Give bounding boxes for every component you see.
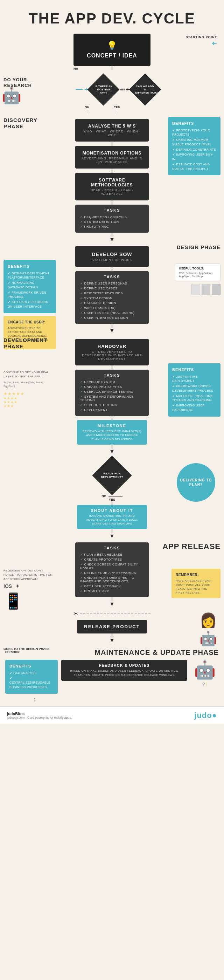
left-connector [76, 89, 83, 90]
down-arrow6: ▼ [109, 533, 115, 539]
up-arrow: ↑ [33, 697, 36, 703]
release-title: RELEASE PRODUCT [84, 624, 140, 629]
footer: judoBites judopay.com · Card payments fo… [0, 706, 224, 724]
sow-title: DEVELOP SOW [92, 251, 132, 257]
v-conn5 [112, 267, 112, 271]
doc-icon-2 [202, 284, 210, 295]
research-character: 🤖 [2, 88, 21, 103]
lightbulb-icon: 💡 [107, 41, 118, 51]
discovery-benefit-1: PROTOTYPING YOUR PROJECTS [172, 128, 216, 137]
question-icon: ? [202, 681, 205, 687]
monetisation-title: MONETISATION OPTIONS [83, 151, 141, 156]
star-ratings: ★★★★★ ★★★★ ★★★★ ★★★ [3, 391, 52, 408]
platform-labels: iOS ✦ [3, 583, 52, 589]
releasing-note-text: Releasing on iOS? Don't forget to factor… [3, 569, 52, 581]
dev-task-2: CREATE PROTOTYPES [80, 384, 144, 389]
research-flow: ➜ IS THERE AN EXISTING APP? YES ➜ CAN WE… [5, 72, 219, 107]
dev-tasks-title: TASKS [80, 373, 144, 377]
handover-title: HANDOVER [98, 344, 126, 349]
yes-label1: YES [119, 88, 125, 91]
design-task-2: DEFINE USE CASES [80, 286, 144, 291]
dev-benefits-title: BENEFITS [172, 367, 216, 373]
app-release-section: APP RELEASE Releasing on iOS? Don't forg… [0, 541, 224, 609]
analyse-box: ANALYSE THE 5 W'S WHO · WHAT · WHERE · W… [75, 119, 149, 142]
design-phase-label: DESIGN PHASE [177, 244, 221, 251]
discovery-benefit-2: CREATING MINIMUM VIABLE PRODUCT (MVP) [172, 138, 216, 147]
yes-down: YES ↓ [114, 105, 120, 113]
discovery-benefits-title: BENEFITS [172, 121, 216, 126]
discovery-benefits: BENEFITS PROTOTYPING YOUR PROJECTS CREAT… [168, 117, 221, 175]
design-benefit-3: FRAMEWORK DRIVEN PROCESS [8, 290, 52, 299]
stars-row4: ★★★ [3, 404, 52, 408]
app-task-7: PROMOTE APP [80, 589, 144, 593]
design-task-5: DATABASE DESIGN [80, 301, 144, 305]
ios-label: iOS [3, 583, 12, 589]
design-task-3: PRIORITISE FEATURES [80, 291, 144, 296]
releasing-note: Releasing on iOS? Don't forget to factor… [3, 569, 52, 610]
maint-char: 🤖 [194, 660, 216, 680]
starting-point-arrow: ➜ [212, 40, 217, 47]
design-note-title: Engage the user: [8, 320, 52, 325]
tools-title: Useful tools: [179, 267, 217, 270]
feedback-title: FEEDBACK & UPDATES [66, 663, 182, 667]
dev-task-1: DEVELOP SYSTEM [80, 379, 144, 384]
yes-label2: YES [114, 105, 120, 109]
down-arrow5: ▼ [109, 449, 115, 455]
judo-dot: ● [212, 711, 217, 720]
app-task-4: DEFINE YOUR APP KEYWORDS [80, 570, 144, 575]
yes-label3: YES [109, 498, 115, 501]
software-sub: HEAP · SCRUM · LEAN · WATERFALL [81, 188, 143, 196]
dev-benefit-3: MULTITEST, REAL TIME TESTING AND TRACKIN… [172, 394, 216, 403]
testing-note-text: CONTINUE TO GET YOUR REAL USERS TO TEST … [3, 370, 52, 379]
stars-row2: ★★★★ [3, 396, 52, 400]
feedback-desc: BASED ON STAKEHOLDER AND USER FEEDBACK, … [66, 669, 182, 677]
judo-logo-area: judo● [194, 711, 217, 720]
discovery-tasks-box: TASKS REQUIREMENT ANALYSIS SYSTEM DEFINI… [75, 205, 149, 233]
remember-box: Remember: Have a release plan. Don't pus… [172, 569, 221, 598]
deployment-section: DELIVERING TO PLAN? READY FOR DEPLOYMENT… [0, 456, 224, 541]
dev-phase-label: DEVELOPMENT PHASE [3, 337, 47, 350]
infographic: THE APP DEV. CYCLE STARTING POINT ➜ 💡 CO… [0, 0, 224, 724]
discovery-benefit-3: DEFINING CONSTRAINTS [172, 148, 216, 152]
software-title: SOFTWARE METHODOLOGIES [81, 178, 143, 188]
diamond2-wrapper: CAN WE ADD A DIFFERENTIATOR? [131, 75, 159, 103]
maintenance-center: FEEDBACK & UPDATES BASED ON STAKEHOLDER … [61, 660, 187, 681]
delivering-box: DELIVERING TO PLAN? [177, 463, 215, 502]
maintenance-row: BENEFITS GAP ANALYSIS CENTRALISED/REUSAB… [5, 660, 219, 694]
v-conn8 [112, 416, 112, 420]
design-benefit-4: GET EARLY FEEDBACK ON USER INTERFACE [8, 300, 52, 309]
research-section: DO YOUR RESEARCH 🤖 ➜ IS THERE AN EXISTIN… [0, 70, 224, 115]
down-arrow3: ▼ [109, 237, 115, 242]
remember-title: Remember: [176, 572, 216, 578]
discovery-benefit-4: IMPROVING USER BUY-IN [172, 153, 216, 162]
dev-benefit-2: FRAMEWORK DRIVEN DEVELOPMENT PROCESS [172, 384, 216, 393]
research-labels: NO ↓ YES ↓ [5, 105, 219, 113]
scissors-icon: ✂ [73, 610, 78, 617]
goes-to-text: GOES TO THE DESIGN PHASE [3, 647, 50, 651]
connector [112, 66, 112, 70]
document-icons [175, 284, 221, 295]
testing-note: CONTINUE TO GET YOUR REAL USERS TO TEST … [3, 370, 52, 407]
v-conn10 [112, 501, 112, 505]
diamond1-text: IS THERE AN EXISTING APP? [94, 85, 113, 94]
stars-row3: ★★★★ [3, 400, 52, 404]
design-task-6: WIREFRAMES (UX) [80, 305, 144, 310]
v-conn2 [112, 169, 112, 173]
software-box: SOFTWARE METHODOLOGIES HEAP · SCRUM · LE… [75, 173, 149, 200]
down-arrow1: ↓ [86, 109, 88, 113]
dev-benefit-1: JUST-IN-TIME DEPLOYMENT [172, 375, 216, 383]
design-task-1: DEFINE USER PERSONAS [80, 281, 144, 286]
app-release-tasks-box: TASKS PLAN A BETA RELEASE CREATE PROTOTY… [75, 542, 149, 597]
milestone-box: MILESTONE REVIEWS WITH PROJECT MANAGER(S… [77, 420, 147, 445]
design-benefit-1: DESIGNS DEPLOYMENT PLATFORM/INTERFACE [8, 271, 52, 280]
shout-desc: INVOLVE MARKETING, PR AND ADVERTISING TO… [82, 514, 142, 526]
header-section: THE APP DEV. CYCLE [0, 0, 224, 30]
discovery-task-1: REQUIREMENT ANALYSIS [80, 215, 144, 220]
yes-flow: YES ➜ [119, 87, 129, 92]
discovery-task-3: PROTOTYPING [80, 224, 144, 229]
discovery-phase-label: DISCOVERY PHASE [3, 117, 37, 130]
down-arrow8: ▼ [109, 638, 115, 643]
exclamation-icon: ! [206, 681, 207, 687]
starting-point: STARTING POINT ➜ [186, 35, 217, 47]
footer-left-area: judoBites judopay.com · Card payments fo… [7, 712, 72, 719]
